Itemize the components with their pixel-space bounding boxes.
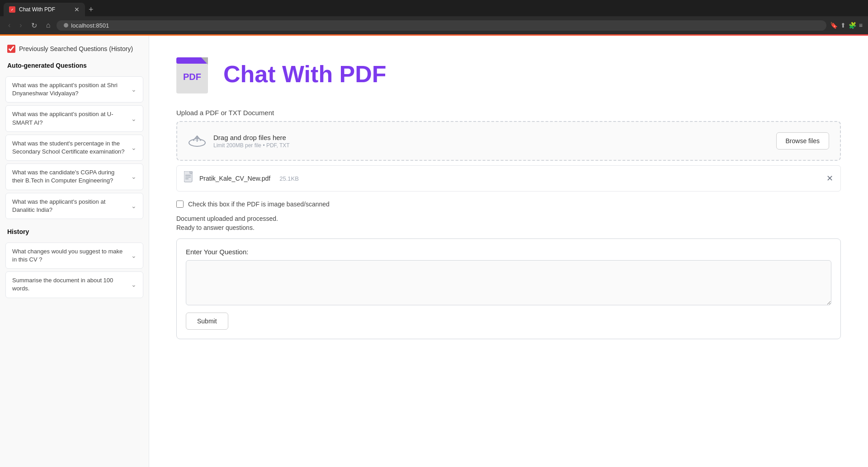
history-item-2[interactable]: Summarise the document in about 100 word… [5, 271, 143, 298]
chevron-down-icon-1: ⌄ [131, 86, 137, 93]
browse-files-button[interactable]: Browse files [776, 132, 829, 149]
cloud-upload-icon [188, 131, 206, 151]
chevron-down-icon-5: ⌄ [131, 202, 137, 210]
status-line-1: Document uploaded and processed. [176, 215, 841, 222]
nav-actions: 🔖 ⬆ 🧩 ≡ [830, 22, 863, 29]
auto-question-item-1[interactable]: What was the applicant's position at Shr… [5, 76, 143, 103]
browser-chrome: ✓ Chat With PDF ✕ + ‹ › ↻ ⌂ localhost:85… [0, 0, 868, 36]
pdf-icon: PDF [176, 54, 212, 94]
question-section: Enter Your Question: Submit [176, 238, 841, 339]
app-layout: Previously Searched Questions (History) … [0, 36, 868, 467]
history-section-title: History [0, 224, 149, 240]
upload-zone-info: Drag and drop files here Limit 200MB per… [188, 131, 290, 151]
status-line-2: Ready to answer questions. [176, 224, 841, 231]
tab-title: Chat With PDF [19, 6, 55, 13]
auto-question-text-3: What was the student's percentage in the… [12, 140, 127, 156]
uploaded-file-item: Pratik_Kale_CV_New.pdf 25.1KB ✕ [176, 165, 841, 191]
app-header: PDF Chat With PDF [176, 54, 841, 94]
submit-button[interactable]: Submit [186, 313, 228, 330]
active-tab[interactable]: ✓ Chat With PDF ✕ [4, 3, 85, 16]
chevron-down-icon-h2: ⌄ [131, 281, 137, 288]
chevron-down-icon-4: ⌄ [131, 173, 137, 180]
auto-question-text-2: What was the applicant's position at U-S… [12, 110, 127, 126]
upload-text-block: Drag and drop files here Limit 200MB per… [213, 134, 290, 149]
history-list: What changes would you suggest to make i… [0, 243, 149, 298]
new-tab-button[interactable]: + [85, 5, 97, 14]
home-button[interactable]: ⌂ [43, 20, 53, 30]
secure-icon [64, 23, 68, 28]
extensions-button[interactable]: 🧩 [849, 22, 856, 29]
tab-bar: ✓ Chat With PDF ✕ + [0, 0, 868, 16]
file-name: Pratik_Kale_CV_New.pdf [199, 175, 270, 182]
back-button[interactable]: ‹ [5, 20, 13, 30]
image-checkbox-row: Check this box if the PDF is image based… [176, 201, 841, 208]
address-bar[interactable]: localhost:8501 [57, 20, 826, 31]
sidebar: Previously Searched Questions (History) … [0, 36, 149, 467]
auto-questions-title: Auto-generated Questions [0, 58, 149, 74]
chevron-down-icon-3: ⌄ [131, 144, 137, 151]
pdf-icon-svg: PDF [176, 54, 212, 94]
question-textarea[interactable] [186, 260, 831, 305]
history-label: Previously Searched Questions (History) [19, 45, 133, 52]
svg-text:✓: ✓ [11, 8, 14, 11]
auto-question-text-5: What was the applicant's position at Dan… [12, 198, 127, 214]
share-button[interactable]: ⬆ [840, 22, 846, 29]
file-size: 25.1KB [279, 175, 299, 182]
auto-questions-list: What was the applicant's position at Shr… [0, 76, 149, 219]
upload-label: Upload a PDF or TXT Document [176, 109, 841, 117]
auto-question-item-4[interactable]: What was the candidate's CGPA during the… [5, 163, 143, 190]
refresh-button[interactable]: ↻ [28, 20, 40, 31]
auto-question-text-1: What was the applicant's position at Shr… [12, 81, 127, 98]
question-label: Enter Your Question: [186, 248, 831, 256]
chevron-down-icon-2: ⌄ [131, 115, 137, 122]
app-title: Chat With PDF [223, 61, 387, 88]
history-text-1: What changes would you suggest to make i… [12, 248, 127, 264]
tab-close-btn[interactable]: ✕ [74, 6, 80, 13]
nav-bar: ‹ › ↻ ⌂ localhost:8501 🔖 ⬆ 🧩 ≡ [0, 16, 868, 34]
chevron-down-icon-h1: ⌄ [131, 252, 137, 259]
file-doc-icon [184, 171, 194, 186]
history-item-1[interactable]: What changes would you suggest to make i… [5, 243, 143, 269]
forward-button[interactable]: › [17, 20, 24, 30]
drag-drop-secondary: Limit 200MB per file • PDF, TXT [213, 142, 290, 149]
file-remove-button[interactable]: ✕ [826, 173, 833, 183]
history-checkbox[interactable] [7, 45, 15, 53]
main-content: PDF Chat With PDF Upload a PDF or TXT Do… [149, 36, 868, 467]
drag-drop-primary: Drag and drop files here [213, 134, 290, 141]
image-based-checkbox[interactable] [176, 201, 184, 208]
auto-question-item-5[interactable]: What was the applicant's position at Dan… [5, 193, 143, 219]
auto-question-item-2[interactable]: What was the applicant's position at U-S… [5, 105, 143, 131]
history-text-2: Summarise the document in about 100 word… [12, 276, 127, 293]
tab-favicon: ✓ [9, 6, 15, 13]
upload-section: Upload a PDF or TXT Document Drag and dr… [176, 109, 841, 191]
auto-question-item-3[interactable]: What was the student's percentage in the… [5, 135, 143, 161]
history-header: Previously Searched Questions (History) [0, 41, 149, 58]
upload-dropzone[interactable]: Drag and drop files here Limit 200MB per… [176, 121, 841, 161]
image-checkbox-label: Check this box if the PDF is image based… [188, 201, 330, 208]
svg-text:PDF: PDF [183, 72, 201, 82]
bookmark-button[interactable]: 🔖 [830, 22, 838, 29]
address-text: localhost:8501 [71, 22, 109, 29]
menu-button[interactable]: ≡ [859, 22, 863, 29]
auto-question-text-4: What was the candidate's CGPA during the… [12, 168, 127, 185]
